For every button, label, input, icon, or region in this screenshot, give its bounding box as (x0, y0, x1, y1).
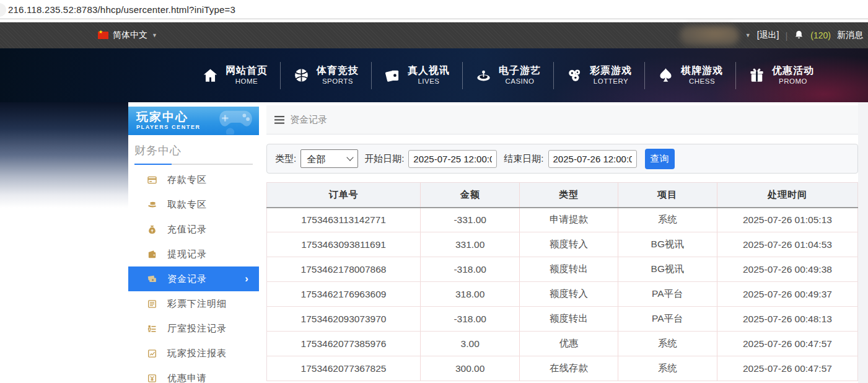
nav-label-en: CHESS (689, 77, 715, 86)
address-bar[interactable]: 216.118.235.52:8783/hhcp/usercenter.html… (0, 0, 868, 19)
sidebar-item[interactable]: 厅室投注记录 › (128, 316, 259, 341)
message-link[interactable]: 新消息 (837, 30, 863, 41)
cell-order-no: 1753462077367825 (267, 356, 421, 381)
sidebar-item[interactable]: 提现记录 › (128, 242, 259, 266)
chevron-down-icon: ▼ (152, 32, 157, 38)
home-icon (202, 67, 219, 84)
cell-project: BG视讯 (618, 257, 717, 282)
cell-amount: 300.00 (421, 356, 520, 381)
gift-icon (748, 67, 765, 84)
logout-button[interactable]: [退出] (757, 30, 779, 41)
top-bar: 简体中文 ▼ ▼ [退出] | (120) 新消息 (0, 22, 868, 48)
table-body: 1753463113142771 -331.00 申请提款 系统 2025-07… (267, 208, 858, 381)
search-button[interactable]: 查询 (645, 149, 675, 169)
sidebar-menu: 存款专区 › 取款专区 › 充值记录 › 提现记录 › 资金记录 › 彩票下注明… (128, 167, 259, 383)
table-row: 1753463113142771 -331.00 申请提款 系统 2025-07… (267, 208, 858, 232)
end-date-input[interactable] (548, 150, 637, 168)
nav-item[interactable]: 体育竞技 SPORTS (280, 62, 371, 89)
end-date-label: 结束日期: (504, 153, 543, 165)
table-row: 1753463093811691 331.00 额度转入 BG视讯 2025-0… (267, 232, 858, 257)
type-select[interactable]: 全部 (300, 149, 358, 168)
deposit-card-icon (147, 175, 157, 185)
cell-order-no: 1753463113142771 (267, 208, 421, 232)
cell-order-no: 1753462178007868 (267, 257, 421, 282)
sidebar-item[interactable]: 优惠申请 › (128, 366, 259, 383)
cell-type: 额度转出 (520, 257, 618, 282)
cell-project: 系统 (618, 332, 717, 356)
table-row: 1753462176963609 318.00 额度转入 PA平台 2025-0… (267, 282, 858, 307)
lottery-balls-icon (566, 67, 583, 84)
column-header: 项目 (618, 183, 717, 208)
table-row: 1753462093073970 -318.00 额度转出 PA平台 2025-… (267, 307, 858, 332)
cell-amount: 318.00 (421, 282, 520, 307)
cell-amount: 331.00 (421, 232, 520, 257)
sidebar-item[interactable]: 玩家投注报表 › (128, 341, 259, 366)
cell-amount: -318.00 (421, 257, 520, 282)
cell-order-no: 1753462077385976 (267, 332, 421, 356)
hall-bet-icon (147, 324, 157, 334)
cell-time: 2025-07-26 01:05:13 (717, 208, 857, 232)
cell-type: 在线存款 (520, 356, 618, 381)
user-area: ▼ [退出] | (120) 新消息 (680, 22, 863, 48)
sidebar-item[interactable]: 取款专区 › (128, 192, 259, 217)
username-redacted (680, 25, 739, 46)
main-banner: 网站首页 HOME 体育竞技 SPORTS 真人视讯 LIVES 电子游艺 CA… (0, 48, 868, 102)
nav-label-en: LIVES (418, 77, 439, 86)
start-date-input[interactable] (408, 150, 497, 168)
cell-time: 2025-07-26 00:49:38 (717, 257, 857, 282)
chevron-down-icon[interactable]: ▼ (745, 32, 751, 38)
basketball-icon (293, 67, 310, 84)
content-area: 玩家中心 PLAYERS CENTER 财务中心 存款专区 › 取款专区 › 充… (0, 102, 868, 383)
main-nav: 网站首页 HOME 体育竞技 SPORTS 真人视讯 LIVES 电子游艺 CA… (190, 48, 826, 102)
nav-label-zh: 优惠活动 (772, 64, 814, 77)
nav-label-en: HOME (235, 77, 258, 86)
nav-label-zh: 真人视讯 (408, 64, 450, 77)
sidebar-item-label: 存款专区 (167, 174, 207, 186)
banner-fade-decoration (0, 102, 128, 208)
gamepad-icon (217, 108, 255, 134)
nav-item[interactable]: 电子游艺 CASINO (462, 62, 553, 89)
roulette-icon (475, 67, 492, 84)
sidebar-item-label: 优惠申请 (167, 372, 207, 383)
cell-type: 额度转出 (520, 307, 618, 332)
column-header: 订单号 (267, 183, 421, 208)
sidebar-header: 玩家中心 PLAYERS CENTER (128, 107, 259, 135)
breadcrumb: 资金记录 (266, 105, 858, 134)
sidebar-item-label: 资金记录 (167, 273, 207, 285)
nav-item[interactable]: 棋牌游戏 CHESS (644, 62, 735, 89)
menu-lines-icon (274, 116, 284, 124)
cell-order-no: 1753462093073970 (267, 307, 421, 332)
section-underline (134, 164, 253, 165)
column-header: 处理时间 (717, 183, 857, 208)
nav-item[interactable]: 网站首页 HOME (190, 62, 280, 89)
cell-time: 2025-07-26 00:49:37 (717, 282, 857, 307)
sidebar-item[interactable]: 彩票下注明细 › (128, 291, 259, 316)
nav-item[interactable]: 优惠活动 PROMO (735, 62, 826, 89)
cell-project: 系统 (618, 356, 717, 381)
cell-project: PA平台 (618, 282, 717, 307)
message-count[interactable]: (120) (810, 30, 831, 40)
cell-type: 申请提款 (520, 208, 618, 232)
column-header: 类型 (520, 183, 618, 208)
sidebar-section-title: 财务中心 (134, 143, 259, 158)
moneybag-icon (147, 224, 157, 235)
cell-project: BG视讯 (618, 232, 717, 257)
nav-item[interactable]: 彩票游戏 LOTTERY (553, 62, 644, 89)
cell-amount: 3.00 (421, 332, 520, 356)
language-selector[interactable]: 简体中文 ▼ (98, 22, 157, 48)
sidebar-item[interactable]: 资金记录 › (128, 266, 259, 291)
funds-table: 订单号金额类型项目处理时间 1753463113142771 -331.00 申… (266, 182, 858, 381)
sidebar-item[interactable]: 存款专区 › (128, 167, 259, 192)
nav-label-en: PROMO (779, 77, 807, 86)
cards-icon (384, 67, 401, 84)
cell-project: 系统 (618, 208, 717, 232)
column-header: 金额 (421, 183, 520, 208)
sidebar: 玩家中心 PLAYERS CENTER 财务中心 存款专区 › 取款专区 › 充… (128, 107, 259, 383)
table-row: 1753462077367825 300.00 在线存款 系统 2025-07-… (267, 356, 858, 381)
nav-item[interactable]: 真人视讯 LIVES (371, 62, 462, 89)
language-label: 简体中文 (113, 30, 147, 41)
filter-bar: 类型: 全部 开始日期: 结束日期: 查询 (266, 144, 858, 174)
sidebar-item[interactable]: 充值记录 › (128, 217, 259, 242)
page-url: 216.118.235.52:8783/hhcp/usercenter.html… (8, 4, 235, 15)
bell-icon[interactable] (794, 30, 804, 41)
